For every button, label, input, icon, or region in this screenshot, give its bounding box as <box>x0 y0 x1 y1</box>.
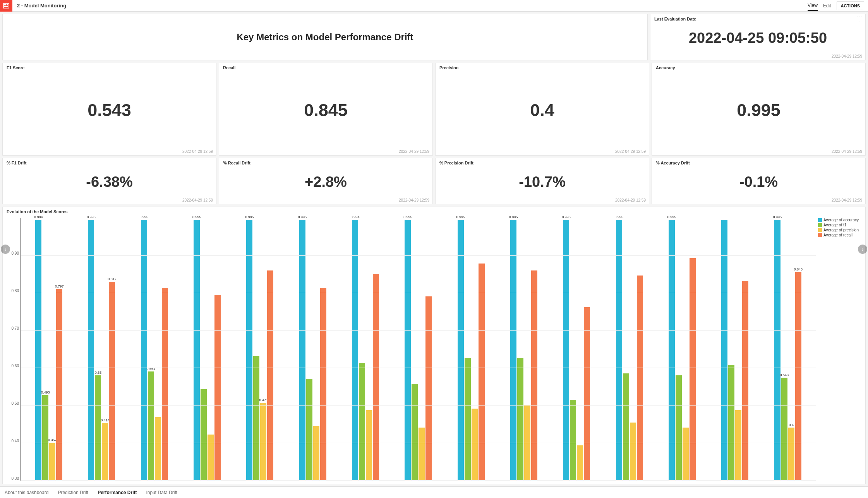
chart-bar[interactable]: 0.995 <box>246 220 252 480</box>
chart-bar[interactable]: 0.995 <box>616 220 622 480</box>
chart-bar[interactable] <box>412 384 418 480</box>
chart-bar[interactable] <box>479 264 485 480</box>
chart-bar[interactable] <box>735 410 741 480</box>
chart-bar[interactable] <box>531 270 537 480</box>
chart-bar[interactable]: 0.817 <box>109 282 115 480</box>
chart-bar[interactable] <box>366 410 372 480</box>
recall-drift-tile: % Recall Drift +2.8% 2022-04-29 12:59 <box>219 158 433 204</box>
chart-bar[interactable] <box>425 296 432 480</box>
app-icon[interactable] <box>0 0 12 12</box>
chart-bar-group <box>708 218 761 480</box>
chart-bar[interactable]: 0.471 <box>260 403 266 480</box>
actions-button[interactable]: ACTIONS <box>837 2 865 10</box>
chart-bar[interactable] <box>208 435 214 480</box>
chart-bar[interactable]: 0.561 <box>148 371 154 480</box>
drift-row: % F1 Drift -6.38% 2022-04-29 12:59 % Rec… <box>2 158 866 204</box>
chart-bar[interactable] <box>728 365 734 480</box>
chart-bar[interactable] <box>570 400 576 480</box>
chart-bar[interactable]: 0.414 <box>102 423 108 480</box>
chart-bar[interactable] <box>320 288 326 480</box>
chart-bar[interactable]: 0.543 <box>781 378 787 480</box>
chart-bar[interactable] <box>155 417 161 480</box>
precision-drift-tile: % Precision Drift -10.7% 2022-04-29 12:5… <box>435 158 649 204</box>
chart-bar[interactable] <box>359 363 365 480</box>
chart-bar[interactable] <box>584 307 590 480</box>
chart-bar[interactable] <box>623 373 629 480</box>
tab-input[interactable]: Input Data Drift <box>146 490 178 495</box>
chart-bar[interactable]: 0.994 <box>352 220 358 480</box>
chart-bar[interactable] <box>267 270 273 480</box>
accuracy-value: 0.995 <box>652 72 865 148</box>
chart-bar[interactable] <box>306 379 312 480</box>
chart-bar[interactable] <box>313 426 319 480</box>
accuracy-drift-tile: % Accuracy Drift -0.1% 2022-04-29 12:59 <box>652 158 866 204</box>
chart-bar-group: 0.994 <box>339 218 392 480</box>
chart-bar[interactable]: 0.55 <box>95 375 101 480</box>
chart-bar[interactable] <box>742 281 748 480</box>
chart-bar[interactable] <box>253 356 259 480</box>
view-link[interactable]: View <box>808 3 818 11</box>
expand-icon[interactable] <box>857 17 862 22</box>
hero-tile: Key Metrics on Model Performance Drift <box>2 14 648 60</box>
chart-bar[interactable] <box>517 358 523 480</box>
chart-bar-group: 0.9950.5430.40.845 <box>762 218 814 480</box>
chart-bar[interactable] <box>419 428 425 480</box>
chart-area: 0.900.800.700.600.500.400.30 0.9940.4930… <box>3 216 865 484</box>
chart-bar[interactable]: 0.995 <box>405 220 411 480</box>
eval-date-footer: 2022-04-29 12:59 <box>650 53 865 60</box>
chart-bar[interactable]: 0.995 <box>299 220 305 480</box>
chart-bar-group: 0.9950.561 <box>128 218 181 480</box>
legend-item[interactable]: Average of precision <box>818 228 862 232</box>
precision-drift-value: -10.7% <box>436 168 649 197</box>
legend-item[interactable]: Average of accuracy <box>818 218 862 222</box>
prev-page-button[interactable]: ‹ <box>1 245 10 254</box>
tab-about[interactable]: About this dashboard <box>5 490 48 495</box>
chart-bar[interactable]: 0.995 <box>510 220 516 480</box>
chart-bar[interactable]: 0.995 <box>88 220 94 480</box>
chart-bar[interactable]: 0.994 <box>35 220 41 480</box>
accuracy-drift-title: % Accuracy Drift <box>652 158 865 168</box>
f1-tile: F1 Score 0.543 2022-04-29 12:59 <box>2 63 216 156</box>
topbar: 2 - Model Monitoring View Edit ACTIONS <box>0 0 868 12</box>
chart-bar[interactable] <box>472 409 478 480</box>
chart-bar[interactable]: 0.995 <box>774 220 781 480</box>
f1-value: 0.543 <box>3 72 216 148</box>
chart-tile: Evolution of the Model Scores 0.900.800.… <box>2 207 866 484</box>
chart-bar[interactable]: 0.995 <box>458 220 464 480</box>
chart-bar[interactable]: 0.357 <box>49 443 55 480</box>
chart-bar[interactable]: 0.995 <box>563 220 569 480</box>
chart-bar[interactable] <box>162 288 168 480</box>
legend-item[interactable]: Average of f1 <box>818 223 862 227</box>
chart-bar[interactable]: 0.4 <box>788 428 794 480</box>
topbar-actions: View Edit ACTIONS <box>808 1 868 11</box>
chart-bar[interactable] <box>214 295 221 480</box>
chart-bar[interactable] <box>690 258 696 480</box>
chart-bar[interactable]: 0.845 <box>795 272 801 480</box>
next-page-button[interactable]: › <box>858 245 867 254</box>
chart-bar[interactable]: 0.995 <box>194 220 200 480</box>
chart-bar[interactable] <box>676 375 682 480</box>
chart-bar[interactable] <box>373 274 379 480</box>
chart-bar[interactable] <box>683 428 689 480</box>
accuracy-title: Accuracy <box>652 63 865 72</box>
legend-item[interactable]: Average of recall <box>818 233 862 237</box>
chart-bar[interactable] <box>201 389 207 480</box>
chart-bar[interactable]: 0.995 <box>669 220 675 480</box>
f1-drift-value: -6.38% <box>3 168 216 197</box>
chart-bar[interactable] <box>577 445 583 480</box>
edit-link[interactable]: Edit <box>823 3 831 9</box>
tab-prediction[interactable]: Prediction Drift <box>58 490 88 495</box>
chart-bar[interactable]: 0.797 <box>56 289 62 480</box>
hero-title: Key Metrics on Model Performance Drift <box>237 32 413 43</box>
chart-bar[interactable] <box>630 423 636 480</box>
bottombar: About this dashboard Prediction Drift Pe… <box>0 486 868 498</box>
chart-bar[interactable] <box>721 220 727 480</box>
chart-bar[interactable]: 0.493 <box>42 395 48 480</box>
tab-performance[interactable]: Performance Drift <box>98 490 137 495</box>
chart-bar-group: 0.995 <box>286 218 339 480</box>
recall-title: Recall <box>219 63 432 72</box>
chart-bar[interactable] <box>637 276 643 480</box>
chart-bar[interactable] <box>465 358 471 480</box>
chart-bar-group: 0.9950.550.4140.817 <box>75 218 128 480</box>
chart-bar[interactable]: 0.995 <box>141 220 147 480</box>
